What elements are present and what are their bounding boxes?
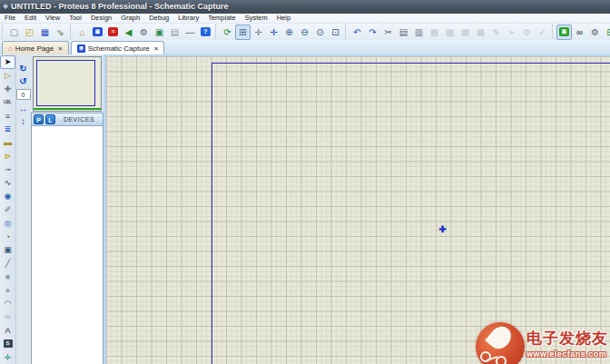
search-and-edit-button[interactable]: ✎ bbox=[488, 25, 504, 40]
paste-button[interactable]: ▥ bbox=[411, 25, 427, 40]
virtual-instruments-mode-button[interactable]: ▣ bbox=[0, 243, 15, 257]
app-icon: ❖ bbox=[0, 0, 11, 14]
generator-mode-button[interactable]: ✐ bbox=[0, 203, 15, 217]
junction-dot-mode-button[interactable]: ✚ bbox=[0, 83, 15, 96]
menu-help[interactable]: Help bbox=[272, 14, 295, 23]
copy-button[interactable]: ▤ bbox=[396, 25, 411, 40]
design-explorer-button[interactable]: ▣ bbox=[152, 25, 167, 40]
wire-label-mode-button[interactable]: LBL bbox=[0, 95, 15, 109]
block-copy-button[interactable]: ▩ bbox=[427, 25, 442, 40]
buses-mode-button[interactable]: ≣ bbox=[0, 123, 15, 136]
rotation-angle-field[interactable]: 0 bbox=[16, 89, 31, 100]
text-script-mode-button[interactable]: ≡ bbox=[0, 109, 15, 123]
2d-arc-mode-button[interactable]: ◠ bbox=[0, 297, 15, 310]
assignment-tool-button[interactable]: ✓ bbox=[535, 25, 550, 40]
main-toolbar: ▢◰▦⇘⌂≣≡◀⚙▣▤—?⟳⊞✛✛⊕⊖⊙⊡↶↷✂▤▥▩▩▩▩✎➢⚙✓≣∞⚙⊞✖▤… bbox=[0, 24, 610, 41]
title-bar[interactable]: ❖UNTITLED - Proteus 8 Professional - Sch… bbox=[0, 0, 610, 14]
rotate-anticlockwise-button[interactable]: ↺ bbox=[16, 74, 30, 87]
elecfans-logo bbox=[476, 322, 525, 364]
library-button[interactable]: L bbox=[45, 114, 55, 124]
false-origin-button[interactable]: ✛ bbox=[251, 25, 266, 40]
zoom-area-button[interactable]: ⊡ bbox=[328, 25, 343, 40]
menu-bar: FileEditViewToolDesignGraphDebugLibraryT… bbox=[0, 14, 610, 24]
zoom-out-button[interactable]: ⊖ bbox=[297, 25, 312, 40]
menu-system[interactable]: System bbox=[241, 14, 272, 23]
menu-tool[interactable]: Tool bbox=[64, 14, 86, 23]
schematic-capture-button[interactable]: ≣ bbox=[90, 25, 105, 40]
center-at-cursor-button[interactable]: ✛ bbox=[266, 25, 281, 40]
component-mode-button[interactable]: ▷ bbox=[0, 69, 15, 83]
2d-circle-mode-button[interactable]: ● bbox=[0, 283, 15, 297]
schematic-canvas[interactable]: ✚ 电子发烧友 www.elecfans.com bbox=[106, 56, 610, 364]
3d-viewer-button[interactable]: ◀ bbox=[121, 25, 136, 40]
block-rotate-button[interactable]: ▩ bbox=[458, 25, 473, 40]
tab-schematic-capture-close-icon[interactable]: × bbox=[154, 44, 159, 53]
property-tool-button[interactable]: ⚙ bbox=[519, 25, 535, 40]
tab-home-page[interactable]: ⌂Home Page× bbox=[2, 41, 69, 54]
pick-devices-button[interactable]: P bbox=[34, 114, 44, 124]
2d-box-mode-button[interactable]: ■ bbox=[0, 271, 15, 284]
tab-home-page-close-icon[interactable]: × bbox=[58, 44, 63, 53]
menu-debug[interactable]: Debug bbox=[144, 14, 173, 23]
mirror-vertical-button[interactable]: ↕ bbox=[16, 114, 30, 127]
voltage-probe-mode-button[interactable]: ◎ bbox=[0, 216, 15, 230]
2d-path-mode-button[interactable]: ∞ bbox=[0, 310, 15, 324]
new-sheet-button[interactable]: ⊞ bbox=[603, 25, 610, 40]
toggle-grid-button[interactable]: ⊞ bbox=[235, 25, 251, 40]
design-explorer-tree-button-glyph: ≣ bbox=[559, 27, 569, 36]
overview-window[interactable] bbox=[33, 56, 102, 112]
block-delete-button[interactable]: ▩ bbox=[473, 25, 488, 40]
cut-button[interactable]: ✂ bbox=[380, 25, 396, 40]
save-project-button[interactable]: ▦ bbox=[37, 25, 53, 40]
current-probe-mode-button[interactable]: ◔ bbox=[0, 230, 15, 243]
menu-library[interactable]: Library bbox=[173, 14, 203, 23]
devices-panel-title: DEVICES bbox=[55, 116, 103, 123]
design-explorer-tree-button[interactable]: ≣ bbox=[556, 25, 572, 40]
find-component-button[interactable]: ∞ bbox=[572, 25, 587, 40]
subcircuit-mode-button[interactable]: ▬ bbox=[0, 136, 15, 150]
tab-schematic-capture-icon: ≣ bbox=[77, 44, 85, 53]
pcb-layout-button[interactable]: ≡ bbox=[105, 25, 121, 40]
redraw-button[interactable]: ⟳ bbox=[220, 25, 235, 40]
menu-file[interactable]: File bbox=[0, 14, 20, 23]
selection-mode-button[interactable]: ➤ bbox=[0, 55, 15, 69]
rotate-clockwise-button[interactable]: ↻ bbox=[16, 62, 30, 74]
terminals-mode-button[interactable]: ⊳ bbox=[0, 149, 15, 162]
mirror-horizontal-button[interactable]: ↔ bbox=[16, 102, 30, 114]
menu-design[interactable]: Design bbox=[86, 14, 116, 23]
undo-button[interactable]: ↶ bbox=[349, 25, 365, 40]
property-assignment-button[interactable]: ⚙ bbox=[587, 25, 603, 40]
home-page-button[interactable]: ⌂ bbox=[74, 25, 90, 40]
graph-mode-button[interactable]: ∿ bbox=[0, 176, 15, 190]
2d-line-mode-button[interactable]: ╱ bbox=[0, 257, 15, 271]
redo-button[interactable]: ↷ bbox=[365, 25, 380, 40]
open-project-button[interactable]: ◰ bbox=[22, 25, 37, 40]
tab-schematic-capture[interactable]: ≣Schematic Capture× bbox=[71, 41, 165, 54]
menu-view[interactable]: View bbox=[41, 14, 64, 23]
tab-schematic-capture-label: Schematic Capture bbox=[88, 44, 150, 53]
menu-edit[interactable]: Edit bbox=[20, 14, 41, 23]
menu-template[interactable]: Template bbox=[203, 14, 240, 23]
tape-recorder-mode-button[interactable]: ◉ bbox=[0, 190, 15, 203]
2d-marker-mode-button[interactable]: ✛ bbox=[0, 350, 15, 364]
zoom-all-button[interactable]: ⊙ bbox=[312, 25, 328, 40]
2d-text-mode-button[interactable]: A bbox=[0, 324, 15, 338]
import-project-button[interactable]: ⇘ bbox=[53, 25, 68, 40]
watermark-title: 电子发烧友 bbox=[526, 328, 608, 349]
block-move-button[interactable]: ▩ bbox=[442, 25, 458, 40]
device-pins-mode-button[interactable]: ╼ bbox=[0, 162, 15, 176]
menu-graph[interactable]: Graph bbox=[116, 14, 144, 23]
2d-symbol-mode-button[interactable]: S bbox=[0, 337, 15, 350]
bill-of-materials-button[interactable]: ▤ bbox=[167, 25, 182, 40]
help-button[interactable]: ? bbox=[198, 25, 213, 40]
point-edit-button[interactable]: ➢ bbox=[504, 25, 519, 40]
sheet-border bbox=[212, 63, 610, 364]
pcb-layout-button-glyph: ≡ bbox=[108, 27, 118, 36]
devices-list[interactable] bbox=[31, 126, 103, 364]
help-button-glyph: ? bbox=[201, 27, 211, 36]
gerber-viewer-button[interactable]: ⚙ bbox=[136, 25, 152, 40]
overview-view-indicator bbox=[34, 108, 101, 110]
new-project-button[interactable]: ▢ bbox=[6, 25, 22, 40]
measure-button[interactable]: — bbox=[182, 25, 198, 40]
zoom-in-button[interactable]: ⊕ bbox=[281, 25, 297, 40]
